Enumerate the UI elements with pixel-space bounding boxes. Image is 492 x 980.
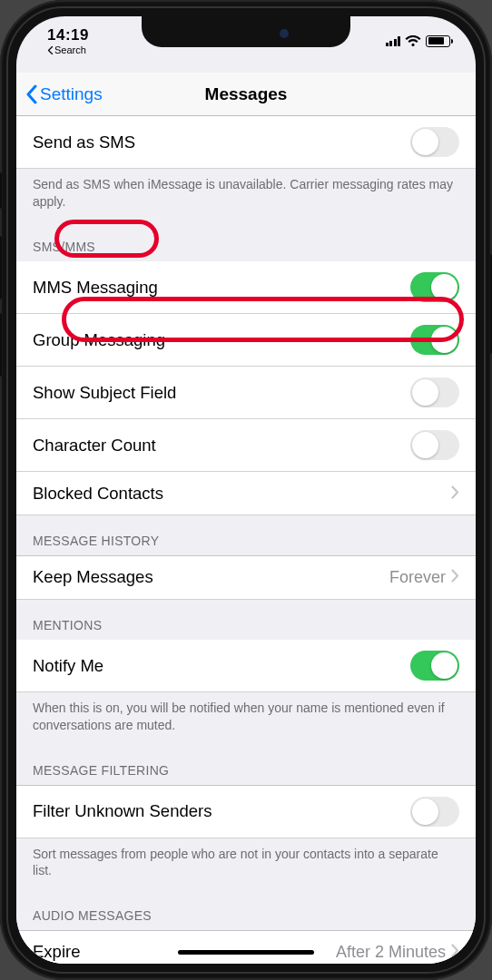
section-header-filtering: MESSAGE FILTERING	[16, 745, 476, 785]
section-footer: Sort messages from people who are not in…	[16, 838, 476, 891]
section-footer: Send as SMS when iMessage is unavailable…	[16, 169, 476, 221]
page-title: Messages	[205, 84, 288, 104]
nav-bar: Settings Messages	[16, 73, 476, 116]
cell-value: After 2 Minutes	[336, 943, 446, 962]
cell-label: Keep Messages	[33, 567, 389, 587]
cell-label: Group Messaging	[33, 330, 410, 350]
cell-blocked-contacts[interactable]: Blocked Contacts	[16, 472, 476, 515]
cell-value: Forever	[389, 568, 446, 587]
chevron-right-icon	[451, 942, 459, 962]
toggle-mms-messaging[interactable]	[410, 272, 459, 302]
toggle-send-as-sms[interactable]	[410, 127, 459, 157]
cell-mms-messaging[interactable]: MMS Messaging	[16, 261, 476, 314]
cell-label: Blocked Contacts	[33, 484, 451, 504]
section-header-smsmms: SMS/MMS	[16, 221, 476, 261]
device-notch	[142, 16, 350, 47]
back-button[interactable]: Settings	[25, 84, 103, 104]
toggle-filter-unknown-senders[interactable]	[410, 797, 459, 827]
breadcrumb-back[interactable]: Search	[47, 44, 86, 55]
cell-label: Filter Unknown Senders	[33, 801, 410, 821]
toggle-show-subject-field[interactable]	[410, 377, 459, 407]
status-time: 14:19	[47, 26, 89, 44]
cellular-bars-icon	[386, 35, 401, 46]
cell-label: Send as SMS	[33, 132, 410, 152]
cell-label: Notify Me	[33, 656, 410, 676]
toggle-character-count[interactable]	[410, 430, 459, 460]
section-header-mentions: MENTIONS	[16, 600, 476, 640]
section-footer: When this is on, you will be notified wh…	[16, 692, 476, 745]
cell-filter-unknown-senders[interactable]: Filter Unknown Senders	[16, 786, 476, 838]
cell-group-messaging[interactable]: Group Messaging	[16, 314, 476, 367]
cell-notify-me[interactable]: Notify Me	[16, 640, 476, 692]
chevron-left-icon	[25, 84, 38, 104]
cell-character-count[interactable]: Character Count	[16, 419, 476, 472]
breadcrumb-label: Search	[54, 44, 86, 55]
cell-keep-messages[interactable]: Keep Messages Forever	[16, 556, 476, 600]
section-header-audio: AUDIO MESSAGES	[16, 890, 476, 930]
cell-label: MMS Messaging	[33, 278, 410, 298]
chevron-right-icon	[451, 567, 459, 587]
cell-expire[interactable]: Expire After 2 Minutes	[16, 931, 476, 964]
wifi-icon	[405, 35, 421, 47]
home-indicator[interactable]	[178, 950, 314, 955]
cell-label: Character Count	[33, 436, 410, 456]
cell-send-as-sms[interactable]: Send as SMS	[16, 116, 476, 169]
battery-icon	[426, 35, 450, 47]
toggle-notify-me[interactable]	[410, 651, 459, 681]
cell-label: Show Subject Field	[33, 383, 410, 403]
chevron-right-icon	[451, 484, 459, 504]
back-label: Settings	[40, 84, 103, 104]
section-header-history: MESSAGE HISTORY	[16, 515, 476, 555]
toggle-group-messaging[interactable]	[410, 325, 459, 355]
cell-show-subject-field[interactable]: Show Subject Field	[16, 367, 476, 419]
